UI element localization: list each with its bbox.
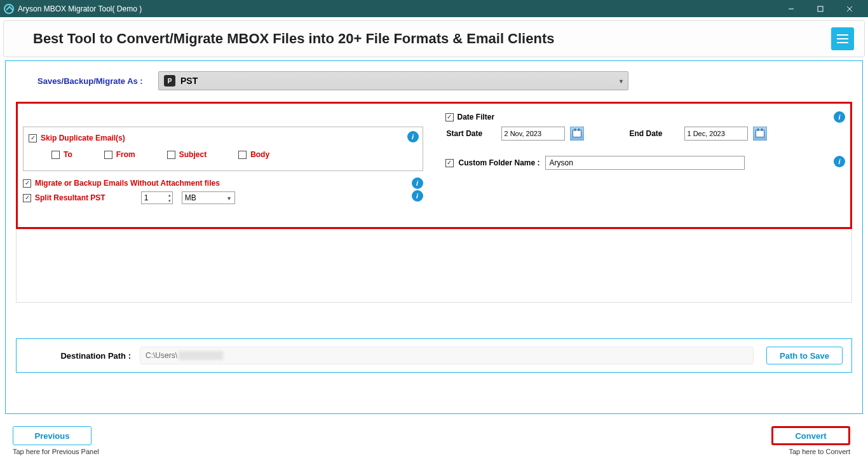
options-right: Date Filter i Start Date 2 Nov, 2023 End… (440, 104, 851, 227)
info-icon[interactable]: i (407, 131, 419, 142)
start-date-label: Start Date (447, 129, 498, 138)
end-date-label: End Date (630, 129, 681, 138)
criteria-from[interactable]: From (104, 150, 135, 159)
custom-folder-input[interactable] (545, 156, 745, 170)
date-filter-checkbox[interactable] (445, 113, 454, 121)
convert-hint: Tap here to Convert (771, 448, 850, 455)
main-panel: Saves/Backup/Migrate As : P PST ▾ Skip D… (5, 60, 863, 414)
save-as-row: Saves/Backup/Migrate As : P PST ▾ (12, 67, 856, 102)
save-as-label: Saves/Backup/Migrate As : (37, 76, 158, 86)
save-as-dropdown[interactable]: P PST ▾ (158, 71, 628, 90)
end-date-calendar-button[interactable] (753, 127, 767, 141)
svg-rect-1 (818, 6, 823, 11)
minimize-button[interactable] (776, 0, 806, 17)
convert-button[interactable]: Convert (771, 426, 850, 445)
custom-folder-checkbox[interactable] (445, 159, 454, 167)
info-icon[interactable]: i (834, 111, 845, 123)
skip-duplicate-checkbox[interactable] (29, 134, 37, 142)
window-controls (776, 0, 864, 17)
criteria-body[interactable]: Body (238, 150, 269, 159)
destination-label: Destination Path : (25, 351, 140, 361)
without-attachments-checkbox[interactable] (23, 179, 31, 188)
skip-duplicate-criteria: To From Subject Body (29, 142, 417, 159)
destination-bar: Destination Path : C:\Users\ Path to Sav… (16, 338, 852, 373)
without-attachments-label: Migrate or Backup Emails Without Attachm… (35, 179, 220, 188)
header-bar: Best Tool to Convert/Migrate MBOX Files … (3, 20, 865, 57)
date-range-row: Start Date 2 Nov, 2023 End Date 1 Dec, 2… (445, 127, 846, 141)
window-title: Aryson MBOX Migrator Tool( Demo ) (18, 4, 142, 13)
previous-hint: Tap here for Previous Panel (13, 448, 99, 455)
split-unit-dropdown[interactable]: MB (182, 191, 235, 204)
custom-folder-row: Custom Folder Name : i (445, 156, 846, 170)
info-icon[interactable]: i (834, 156, 845, 167)
menu-button[interactable] (831, 27, 854, 50)
options-spacer (16, 229, 852, 303)
save-as-value: PST (180, 76, 198, 86)
calendar-icon (756, 130, 764, 137)
titlebar: Aryson MBOX Migrator Tool( Demo ) (0, 0, 868, 17)
split-pst-checkbox[interactable] (23, 194, 31, 202)
date-filter-label: Date Filter (458, 113, 495, 121)
footer: Previous Tap here for Previous Panel Con… (0, 424, 868, 463)
previous-button[interactable]: Previous (13, 426, 92, 445)
info-icon[interactable]: i (412, 190, 423, 202)
date-filter-row: Date Filter i (445, 113, 846, 121)
info-icon[interactable]: i (412, 177, 423, 189)
destination-path-input[interactable]: C:\Users\ (140, 347, 754, 364)
without-attachments-row: Migrate or Backup Emails Without Attachm… (23, 179, 423, 188)
pst-format-icon: P (164, 75, 175, 86)
chevron-down-icon: ▾ (620, 78, 623, 85)
skip-duplicate-group: Skip Duplicate Email(s) i To From Subjec… (23, 127, 423, 171)
skip-duplicate-label: Skip Duplicate Email(s) (41, 134, 125, 142)
split-pst-row: Split Resultant PST 1 MB i (23, 191, 423, 204)
options-highlight-box: Skip Duplicate Email(s) i To From Subjec… (16, 102, 852, 229)
custom-folder-label: Custom Folder Name : (459, 158, 540, 167)
split-size-spinner[interactable]: 1 (141, 191, 173, 204)
maximize-button[interactable] (806, 0, 835, 17)
calendar-icon (573, 130, 581, 137)
app-logo-icon (4, 4, 14, 14)
end-date-input[interactable]: 1 Dec, 2023 (684, 127, 748, 141)
close-button[interactable] (835, 0, 864, 17)
criteria-to[interactable]: To (51, 150, 72, 159)
start-date-calendar-button[interactable] (570, 127, 584, 141)
path-to-save-button[interactable]: Path to Save (766, 347, 843, 364)
skip-duplicate-checkbox-row: Skip Duplicate Email(s) (29, 134, 417, 142)
criteria-subject[interactable]: Subject (167, 150, 207, 159)
options-left: Skip Duplicate Email(s) i To From Subjec… (18, 104, 429, 227)
split-pst-label: Split Resultant PST (35, 193, 105, 202)
redacted-path (179, 351, 223, 360)
page-title: Best Tool to Convert/Migrate MBOX Files … (14, 31, 831, 47)
start-date-input[interactable]: 2 Nov, 2023 (501, 127, 565, 141)
